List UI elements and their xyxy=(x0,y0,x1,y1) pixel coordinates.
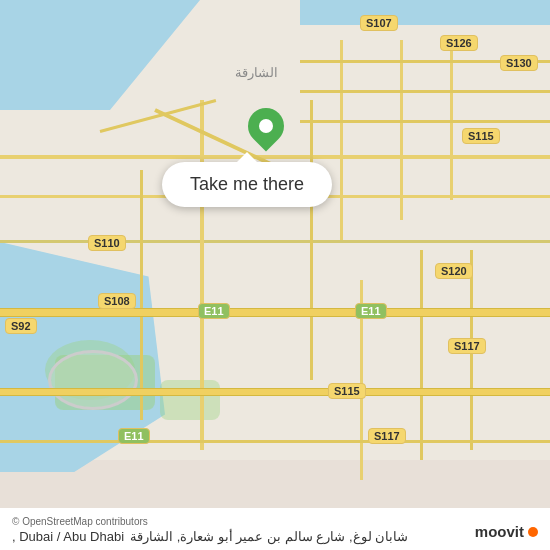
road-h-lower2 xyxy=(0,440,550,443)
moovit-dot xyxy=(528,527,538,537)
road-h-upper-r3 xyxy=(300,120,550,123)
city-label-sharjah: الشارقة xyxy=(235,65,278,80)
callout-button[interactable]: Take me there xyxy=(162,162,332,207)
location-region: , Dubai / Abu Dhabi xyxy=(12,529,124,544)
badge-s115-top: S115 xyxy=(462,128,500,144)
road-v-upper-r2 xyxy=(400,40,403,220)
map-container: الشارقة S107 S126 S130 S115 S110 S108 E1… xyxy=(0,0,550,550)
road-h1 xyxy=(0,155,550,159)
road-v1 xyxy=(200,100,204,450)
footer-location: شابان لوغ, شارع سالم بن عمير أبو شعارة, … xyxy=(12,529,408,544)
road-v-upper-r1 xyxy=(340,40,343,240)
attribution-text: © OpenStreetMap contributors xyxy=(12,516,538,527)
pin-body xyxy=(241,101,292,152)
callout-label: Take me there xyxy=(190,174,304,194)
moovit-logo: moovit xyxy=(475,523,538,540)
road-h3 xyxy=(0,240,550,243)
road-v4 xyxy=(420,250,423,460)
badge-s117a: S117 xyxy=(448,338,486,354)
water-overlay-tr xyxy=(300,0,550,25)
stadium xyxy=(48,350,138,410)
park-2 xyxy=(160,380,220,420)
footer-bar: © OpenStreetMap contributors شابان لوغ, … xyxy=(0,508,550,550)
pin-inner xyxy=(259,119,273,133)
moovit-text: moovit xyxy=(475,523,524,540)
road-v3 xyxy=(140,170,143,420)
badge-s130: S130 xyxy=(500,55,538,71)
badge-e11b: E11 xyxy=(355,303,387,319)
road-e11-main xyxy=(0,308,550,317)
badge-s117b: S117 xyxy=(368,428,406,444)
badge-e11c: E11 xyxy=(118,428,150,444)
badge-e11a: E11 xyxy=(198,303,230,319)
road-h-upper-r2 xyxy=(300,90,550,93)
road-v2 xyxy=(310,100,313,380)
road-e11-lower xyxy=(0,388,550,396)
badge-s115b: S115 xyxy=(328,383,366,399)
badge-s108: S108 xyxy=(98,293,136,309)
badge-s120: S120 xyxy=(435,263,473,279)
location-arabic: شابان لوغ, شارع سالم بن عمير أبو شعارة, … xyxy=(130,529,408,544)
badge-s107: S107 xyxy=(360,15,398,31)
location-pin xyxy=(248,108,284,144)
badge-s110: S110 xyxy=(88,235,126,251)
badge-s126: S126 xyxy=(440,35,478,51)
badge-s92: S92 xyxy=(5,318,37,334)
